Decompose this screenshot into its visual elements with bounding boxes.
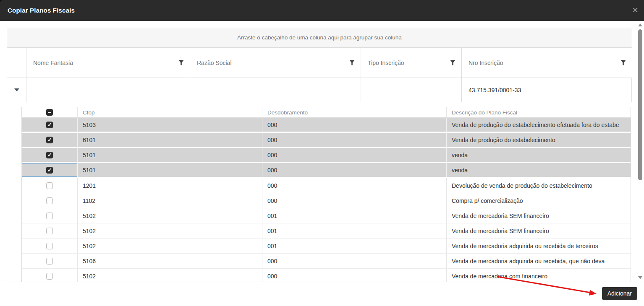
checkbox-unchecked[interactable] <box>46 258 53 265</box>
modal-footer: Adicionar <box>0 282 644 306</box>
modal-scrollbar[interactable] <box>638 22 643 280</box>
column-label: Nro Inscrição <box>469 60 620 66</box>
column-label: Razão Social <box>197 60 349 66</box>
row-checkbox-cell[interactable] <box>22 148 78 162</box>
tipo-inscricao-cell <box>361 78 462 102</box>
checkbox-checked[interactable] <box>46 122 53 128</box>
column-header-descricao[interactable]: Descrição do Plano Fiscal <box>447 107 631 117</box>
table-row[interactable]: 5102001Venda de mercadoria adquirida ou … <box>22 239 631 254</box>
nome-fantasia-cell <box>26 78 190 102</box>
row-checkbox-cell[interactable] <box>22 239 78 253</box>
checkbox-unchecked[interactable] <box>46 228 53 234</box>
row-checkbox-cell[interactable] <box>22 133 78 147</box>
row-checkbox-cell[interactable] <box>22 223 78 238</box>
checkbox-checked[interactable] <box>46 167 53 174</box>
filter-icon[interactable] <box>620 60 626 65</box>
row-checkbox-cell[interactable] <box>22 118 78 132</box>
nro-inscricao-cell: 43.715.391/0001-33 <box>462 78 632 102</box>
desdobramento-cell: 000 <box>262 163 447 177</box>
checkbox-checked[interactable] <box>46 137 53 143</box>
planos-fiscais-grid: Cfop Desdobramento Descrição do Plano Fi… <box>21 107 631 282</box>
column-header-nro-inscricao[interactable]: Nro Inscrição <box>462 48 632 78</box>
expand-column-header <box>7 48 26 78</box>
column-header-nome-fantasia[interactable]: Nome Fantasia <box>26 48 190 78</box>
cfop-cell: 5106 <box>78 254 262 268</box>
detail-grid-rows: 5103000Venda de produção do estabelecime… <box>22 118 631 282</box>
descricao-cell: Venda de produção do estabelecimento efe… <box>447 118 631 132</box>
descricao-cell: venda <box>447 163 631 177</box>
column-header-desdobramento[interactable]: Desdobramento <box>262 107 447 117</box>
row-checkbox-cell[interactable] <box>22 208 78 223</box>
grid-header-row: Nome Fantasia Razão Social Tipo Inscriçã… <box>7 48 632 78</box>
cfop-cell: 1102 <box>78 193 262 208</box>
descricao-cell: Compra p/ comercialização <box>447 193 631 208</box>
row-checkbox-cell[interactable] <box>22 269 78 282</box>
column-header-razao-social[interactable]: Razão Social <box>190 48 361 78</box>
column-header-tipo-inscricao[interactable]: Tipo Inscrição <box>361 48 462 78</box>
row-checkbox-cell[interactable] <box>22 254 78 268</box>
table-row[interactable]: 6101000Venda de produção do estabelecime… <box>22 133 631 148</box>
table-row[interactable]: 5102001Venda de mercadoria SEM financeir… <box>22 208 631 223</box>
select-all-cell[interactable] <box>22 107 78 117</box>
close-icon[interactable]: × <box>632 0 638 20</box>
adicionar-button[interactable]: Adicionar <box>602 287 637 300</box>
desdobramento-cell: 000 <box>262 193 447 208</box>
row-checkbox-cell[interactable] <box>22 178 78 193</box>
descricao-cell: venda <box>447 148 631 162</box>
column-label: Tipo Inscrição <box>368 60 450 66</box>
cfop-cell: 5101 <box>78 148 262 162</box>
desdobramento-cell: 001 <box>262 208 447 223</box>
column-header-cfop[interactable]: Cfop <box>78 107 262 117</box>
desdobramento-cell: 001 <box>262 223 447 238</box>
descricao-cell: Venda de mercadoria SEM financeiro <box>447 223 631 238</box>
desdobramento-cell: 000 <box>262 269 447 282</box>
row-checkbox-cell[interactable] <box>22 193 78 208</box>
cfop-cell: 5103 <box>78 118 262 132</box>
descricao-cell: Devolução de venda de produção do estabe… <box>447 178 631 193</box>
detail-grid-header-row: Cfop Desdobramento Descrição do Plano Fi… <box>22 107 631 118</box>
nro-inscricao-value: 43.715.391/0001-33 <box>469 87 521 93</box>
cfop-cell: 1201 <box>78 178 262 193</box>
cfop-cell: 5102 <box>78 269 262 282</box>
desdobramento-cell: 000 <box>262 118 447 132</box>
checkbox-unchecked[interactable] <box>46 243 53 249</box>
select-all-checkbox[interactable] <box>46 109 53 116</box>
checkbox-unchecked[interactable] <box>46 213 53 219</box>
cfop-cell: 5102 <box>78 239 262 253</box>
master-detail-section: Cfop Desdobramento Descrição do Plano Fi… <box>7 102 632 282</box>
table-row[interactable]: 5102001Venda de mercadoria SEM financeir… <box>22 223 631 239</box>
filter-icon[interactable] <box>450 60 456 65</box>
filter-icon[interactable] <box>349 60 355 65</box>
table-row[interactable]: 5106000Venda de mercadoria adquirida ou … <box>22 254 631 269</box>
scroll-up-icon[interactable] <box>638 23 642 26</box>
group-by-panel[interactable]: Arraste o cabeçalho de uma coluna aqui p… <box>7 28 632 48</box>
filter-icon[interactable] <box>178 60 184 65</box>
collapse-row-icon[interactable] <box>14 88 19 91</box>
cfop-cell: 5102 <box>78 208 262 223</box>
checkbox-unchecked[interactable] <box>46 273 53 280</box>
companies-grid: Arraste o cabeçalho de uma coluna aqui p… <box>7 28 632 102</box>
table-row[interactable]: 1102000Compra p/ comercialização <box>22 193 631 208</box>
checkbox-unchecked[interactable] <box>46 182 53 189</box>
scrollbar-thumb[interactable] <box>638 29 642 180</box>
table-row[interactable]: 5101000venda <box>22 163 631 178</box>
desdobramento-cell: 000 <box>262 178 447 193</box>
cfop-cell: 6101 <box>78 133 262 147</box>
modal-titlebar: Copiar Planos Fiscais × <box>0 0 644 21</box>
table-row[interactable]: 5103000Venda de produção do estabelecime… <box>22 118 631 133</box>
descricao-cell: Venda de mercadoria com financeiro <box>447 269 631 282</box>
table-row[interactable]: 5101000venda <box>22 148 631 163</box>
descricao-cell: Venda de mercadoria SEM financeiro <box>447 208 631 223</box>
scroll-down-icon[interactable] <box>638 276 642 279</box>
table-row[interactable]: 1201000Devolução de venda de produção do… <box>22 178 631 193</box>
checkbox-unchecked[interactable] <box>46 197 53 204</box>
checkbox-checked[interactable] <box>46 152 53 158</box>
razao-social-cell <box>190 78 361 102</box>
desdobramento-cell: 000 <box>262 133 447 147</box>
table-row[interactable]: 5102000Venda de mercadoria com financeir… <box>22 269 631 282</box>
company-row[interactable]: 43.715.391/0001-33 <box>7 78 632 102</box>
group-by-hint: Arraste o cabeçalho de uma coluna aqui p… <box>237 34 402 41</box>
row-checkbox-cell[interactable] <box>22 163 78 177</box>
modal-title: Copiar Planos Fiscais <box>8 0 75 21</box>
collapse-row-cell[interactable] <box>7 78 26 102</box>
